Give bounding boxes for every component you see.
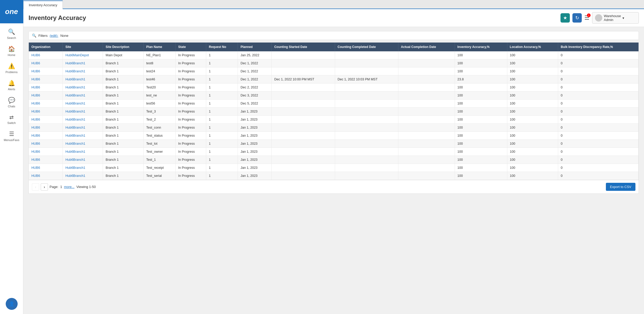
cell-site[interactable]: Hub6Branch1: [63, 140, 103, 148]
sidebar-item-chats[interactable]: 💬 Chats: [0, 94, 23, 111]
cell-org[interactable]: HUB6: [29, 75, 63, 83]
cell-inv-acc: 100: [455, 164, 507, 172]
header-actions: ★ ↻ ☰ 1 Warehouse Admin ▾: [560, 12, 639, 24]
cell-org[interactable]: HUB6: [29, 116, 63, 124]
cell-site[interactable]: Hub6Branch1: [63, 116, 103, 124]
sidebar-item-home[interactable]: 🏠 Home: [0, 43, 23, 60]
cell-cnt-start: [272, 116, 335, 124]
cell-req: 1: [206, 172, 238, 180]
filters-value: None: [60, 34, 68, 38]
cell-plan: Test_receipt: [143, 164, 175, 172]
col-request-no: Request No: [206, 43, 238, 51]
cell-planned: Dec 5, 2022: [238, 100, 272, 108]
cell-org[interactable]: HUB6: [29, 172, 63, 180]
sidebar-item-alerts[interactable]: 🔔 Alerts: [0, 77, 23, 94]
cell-org[interactable]: HUB6: [29, 83, 63, 92]
table-body: HUB6Hub6MainDepotMain DepotNE_Plan1In Pr…: [29, 51, 639, 180]
favorite-button[interactable]: ★: [560, 13, 570, 23]
user-name: Warehouse Admin: [604, 14, 621, 22]
cell-bulk-disc: 0: [558, 92, 639, 100]
cell-plan: Test_lot: [143, 140, 175, 148]
cell-cnt-end: [335, 83, 398, 92]
chats-icon: 💬: [8, 97, 15, 104]
cell-site[interactable]: Hub6Branch1: [63, 132, 103, 140]
user-dropdown[interactable]: Warehouse Admin ▾: [592, 12, 639, 24]
cell-site[interactable]: Hub6Branch1: [63, 156, 103, 164]
cell-org[interactable]: HUB6: [29, 100, 63, 108]
sidebar-item-problems[interactable]: ⚠️ Problems: [0, 60, 23, 77]
cell-site[interactable]: Hub6Branch1: [63, 108, 103, 116]
cell-site[interactable]: Hub6Branch1: [63, 83, 103, 92]
sidebar: one 🔍 Search 🏠 Home ⚠️ Problems 🔔 Alerts…: [0, 0, 23, 314]
cell-site[interactable]: Hub6Branch1: [63, 59, 103, 67]
sidebar-item-switch[interactable]: ⇄ Switch: [0, 111, 23, 128]
cell-org[interactable]: HUB6: [29, 108, 63, 116]
cell-desc: Branch 1: [103, 132, 144, 140]
cell-site[interactable]: Hub6MainDepot: [63, 51, 103, 59]
cell-org[interactable]: HUB6: [29, 51, 63, 59]
cell-org[interactable]: HUB6: [29, 156, 63, 164]
cell-loc-acc: 100: [507, 148, 558, 156]
page-title: Inventory Accuracy: [29, 14, 86, 22]
cell-org[interactable]: HUB6: [29, 67, 63, 75]
table-row: HUB6Hub6Branch1Branch 1Test_serialIn Pro…: [29, 172, 639, 180]
user-avatar[interactable]: 👤: [6, 298, 18, 310]
cell-org[interactable]: HUB6: [29, 92, 63, 100]
cell-inv-acc: 100: [455, 140, 507, 148]
cell-req: 1: [206, 124, 238, 132]
cell-req: 1: [206, 83, 238, 92]
cell-org[interactable]: HUB6: [29, 124, 63, 132]
cell-actual-end: [398, 108, 455, 116]
cell-bulk-disc: 0: [558, 83, 639, 92]
sidebar-item-menus[interactable]: ☰ Menus/Favs: [0, 128, 23, 145]
app-logo[interactable]: one: [0, 0, 23, 23]
cell-org[interactable]: HUB6: [29, 140, 63, 148]
cell-site[interactable]: Hub6Branch1: [63, 164, 103, 172]
col-organization: Organization: [29, 43, 63, 51]
table-row: HUB6Hub6Branch1Branch 1test46In Progress…: [29, 75, 639, 83]
cell-site[interactable]: Hub6Branch1: [63, 172, 103, 180]
cell-site[interactable]: Hub6Branch1: [63, 75, 103, 83]
cell-cnt-start: [272, 100, 335, 108]
menu-button[interactable]: ☰ 1: [584, 15, 590, 21]
cell-bulk-disc: 0: [558, 148, 639, 156]
cell-site[interactable]: Hub6Branch1: [63, 92, 103, 100]
cell-plan: Test20: [143, 83, 175, 92]
cell-org[interactable]: HUB6: [29, 148, 63, 156]
cell-site[interactable]: Hub6Branch1: [63, 148, 103, 156]
cell-req: 1: [206, 75, 238, 83]
sidebar-label-search: Search: [7, 36, 16, 39]
cell-org[interactable]: HUB6: [29, 164, 63, 172]
table-row: HUB6Hub6Branch1Branch 1Test_3In Progress…: [29, 108, 639, 116]
cell-req: 1: [206, 116, 238, 124]
tab-inventory-accuracy[interactable]: Inventory Accuracy: [23, 1, 63, 9]
cell-site[interactable]: Hub6Branch1: [63, 67, 103, 75]
export-csv-button[interactable]: Export to CSV: [606, 183, 635, 191]
logo-text: one: [5, 8, 18, 16]
cell-cnt-end: [335, 140, 398, 148]
cell-actual-end: [398, 132, 455, 140]
filters-edit-link[interactable]: (edit):: [50, 34, 58, 38]
cell-org[interactable]: HUB6: [29, 59, 63, 67]
cell-planned: Dec 1, 2022: [238, 59, 272, 67]
cell-org[interactable]: HUB6: [29, 132, 63, 140]
next-page-button[interactable]: ›: [41, 183, 48, 191]
prev-page-button[interactable]: ‹: [32, 183, 39, 191]
cell-state: In Progress: [176, 92, 206, 100]
cell-cnt-end: [335, 100, 398, 108]
cell-site[interactable]: Hub6Branch1: [63, 124, 103, 132]
cell-inv-acc: 100: [455, 116, 507, 124]
cell-inv-acc: 100: [455, 172, 507, 180]
table-row: HUB6Hub6Branch1Branch 1Test_connIn Progr…: [29, 124, 639, 132]
col-counting-completed: Counting Completed Date: [335, 43, 398, 51]
refresh-button[interactable]: ↻: [572, 13, 582, 23]
more-link[interactable]: more...: [64, 185, 74, 189]
cell-site[interactable]: Hub6Branch1: [63, 100, 103, 108]
cell-req: 1: [206, 92, 238, 100]
cell-bulk-disc: 0: [558, 156, 639, 164]
sidebar-item-search[interactable]: 🔍 Search: [0, 25, 23, 43]
cell-loc-acc: 100: [507, 116, 558, 124]
cell-planned: Jan 1, 2023: [238, 172, 272, 180]
user-avatar-bar: [595, 14, 602, 22]
cell-cnt-start: [272, 92, 335, 100]
